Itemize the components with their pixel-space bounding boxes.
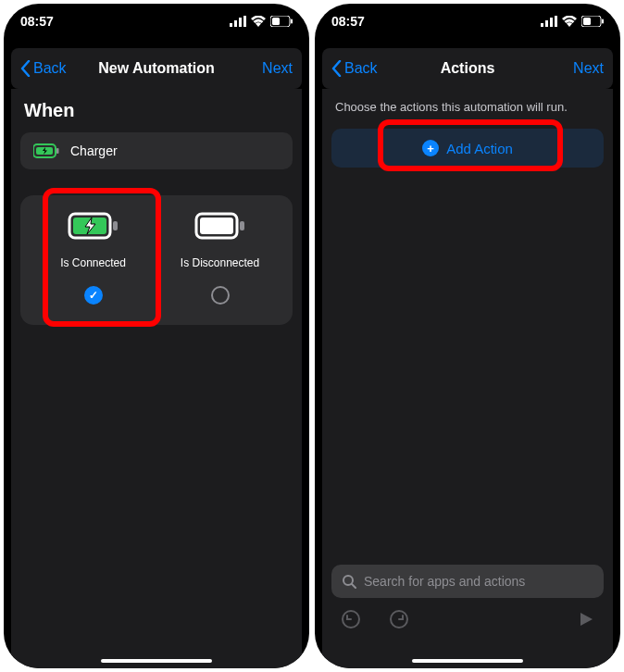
phone-left: 08:57 Back New Automation Next When Char… bbox=[4, 4, 309, 668]
wifi-icon bbox=[251, 16, 266, 27]
content-area: Choose the actions this automation will … bbox=[322, 89, 613, 668]
svg-rect-15 bbox=[200, 218, 233, 234]
svg-rect-18 bbox=[550, 18, 553, 27]
back-button[interactable]: Back bbox=[20, 60, 67, 77]
nav-title: New Automation bbox=[98, 60, 215, 77]
next-button[interactable]: Next bbox=[262, 60, 293, 77]
svg-rect-21 bbox=[602, 19, 604, 24]
radio-connected[interactable] bbox=[84, 286, 103, 305]
status-time: 08:57 bbox=[331, 14, 365, 29]
undo-icon[interactable] bbox=[341, 609, 361, 629]
play-icon[interactable] bbox=[578, 611, 594, 628]
plus-icon: + bbox=[422, 140, 439, 156]
svg-rect-6 bbox=[272, 18, 280, 25]
wifi-icon bbox=[562, 16, 577, 27]
bottom-bar: Search for apps and actions bbox=[331, 565, 604, 657]
battery-charging-icon bbox=[68, 212, 119, 240]
svg-rect-22 bbox=[583, 18, 591, 25]
back-label: Back bbox=[33, 60, 67, 77]
option-connected[interactable]: Is Connected bbox=[30, 212, 156, 305]
add-action-button[interactable]: + Add Action bbox=[331, 129, 604, 168]
charger-icon bbox=[33, 143, 59, 158]
home-indicator[interactable] bbox=[101, 659, 212, 663]
option-connected-label: Is Connected bbox=[60, 256, 126, 269]
search-icon bbox=[343, 575, 356, 589]
svg-rect-2 bbox=[239, 18, 242, 27]
search-placeholder: Search for apps and actions bbox=[364, 574, 525, 589]
options-card: Is Connected Is Disconnected bbox=[20, 195, 293, 325]
status-bar: 08:57 bbox=[4, 4, 309, 39]
back-button[interactable]: Back bbox=[331, 60, 378, 77]
section-title: When bbox=[20, 100, 293, 121]
svg-rect-1 bbox=[234, 20, 237, 27]
svg-rect-3 bbox=[243, 16, 246, 27]
content-area: When Charger Is Connected Is Disconnecte… bbox=[11, 89, 302, 668]
next-button[interactable]: Next bbox=[573, 60, 604, 77]
svg-line-24 bbox=[352, 584, 356, 588]
battery-icon bbox=[581, 16, 604, 27]
nav-bar: Back Actions Next bbox=[322, 48, 613, 89]
home-indicator[interactable] bbox=[412, 659, 523, 663]
toolbar bbox=[331, 609, 604, 648]
svg-rect-0 bbox=[230, 23, 232, 27]
chevron-left-icon bbox=[20, 60, 31, 77]
svg-rect-14 bbox=[240, 221, 244, 230]
phone-right: 08:57 Back Actions Next Choose the actio… bbox=[315, 4, 620, 668]
trigger-row[interactable]: Charger bbox=[20, 132, 293, 169]
status-icons bbox=[230, 16, 293, 27]
svg-rect-11 bbox=[113, 221, 118, 230]
signal-icon bbox=[541, 16, 557, 27]
svg-rect-17 bbox=[545, 20, 548, 27]
svg-rect-8 bbox=[56, 148, 59, 154]
trigger-label: Charger bbox=[70, 143, 118, 158]
battery-empty-icon bbox=[194, 212, 246, 240]
nav-title: Actions bbox=[441, 60, 495, 77]
add-action-label: Add Action bbox=[446, 141, 513, 156]
status-time: 08:57 bbox=[20, 14, 54, 29]
chevron-left-icon bbox=[331, 60, 342, 77]
redo-icon[interactable] bbox=[389, 609, 409, 629]
status-bar: 08:57 bbox=[315, 4, 620, 39]
search-input[interactable]: Search for apps and actions bbox=[331, 565, 604, 598]
subtitle: Choose the actions this automation will … bbox=[331, 100, 604, 114]
nav-bar: Back New Automation Next bbox=[11, 48, 302, 89]
back-label: Back bbox=[344, 60, 378, 77]
signal-icon bbox=[230, 16, 246, 27]
status-icons bbox=[541, 16, 604, 27]
option-disconnected[interactable]: Is Disconnected bbox=[156, 212, 283, 305]
battery-icon bbox=[270, 16, 293, 27]
radio-disconnected[interactable] bbox=[211, 286, 230, 305]
svg-rect-19 bbox=[555, 16, 557, 27]
svg-rect-5 bbox=[291, 19, 293, 24]
svg-rect-16 bbox=[541, 23, 543, 27]
option-disconnected-label: Is Disconnected bbox=[181, 256, 259, 269]
